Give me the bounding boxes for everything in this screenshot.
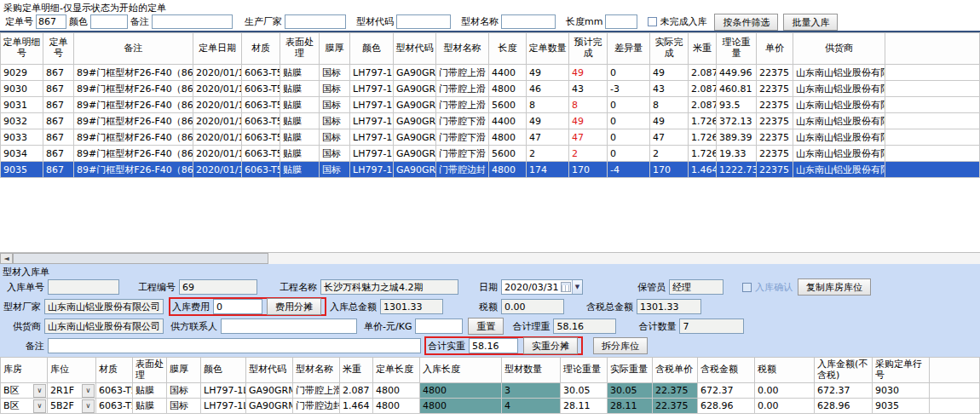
grid-cell[interactable]: 47 (650, 129, 689, 146)
table-row[interactable]: 902986789#门框型材F26-F40（866+867）2020/01/13… (1, 65, 980, 81)
grid-cell[interactable]: 国标 (320, 97, 350, 113)
length-filter-input[interactable] (605, 14, 637, 29)
table-row[interactable]: B区2R1F6063-T5贴膜国标LH797-1LL0GA90GRM03门带腔上… (1, 383, 980, 399)
grid-cell[interactable]: 4800 (420, 399, 502, 414)
grid-cell[interactable]: 2.087 (689, 65, 717, 81)
grid-cell[interactable]: 8 (527, 97, 569, 113)
grid-cell[interactable]: 门带腔下滑 (436, 129, 489, 146)
grid-cell[interactable]: 867 (43, 81, 74, 97)
inbound-confirm-checkbox[interactable] (742, 283, 752, 292)
supplier-input[interactable] (44, 319, 164, 334)
grid-cell[interactable]: 门带腔上滑 (436, 97, 489, 113)
grid-cell[interactable] (885, 97, 980, 113)
grid-cell[interactable] (885, 129, 980, 146)
grid-cell[interactable]: 0 (608, 146, 650, 162)
grid-cell[interactable]: 国标 (320, 162, 350, 178)
grid-cell[interactable]: 国标 (320, 113, 350, 129)
grid-cell[interactable]: 4800 (489, 81, 527, 97)
grid-cell[interactable] (885, 81, 980, 97)
grid-cell[interactable]: 山东南山铝业股份有限公司 (793, 81, 885, 97)
grid-cell[interactable]: 2 (527, 146, 569, 162)
table-row[interactable]: B区5B2F6063-T5贴膜国标LH797-1LL0GA90GRM05门带腔边… (1, 399, 980, 414)
grid-cell[interactable]: 49 (527, 113, 569, 129)
grid-cell[interactable]: 9031 (1, 97, 43, 113)
keeper-input[interactable] (669, 279, 723, 295)
grid-cell[interactable]: 8 (569, 97, 608, 113)
grid-cell[interactable]: 2.087 (689, 97, 717, 113)
grid-cell[interactable]: 9035 (873, 399, 930, 414)
table-row[interactable]: 903586789#门框型材F26-F40（866+867）2020/01/13… (1, 162, 980, 178)
total-with-tax-input[interactable] (637, 299, 701, 314)
grid-cell[interactable]: 6063-T5 (242, 129, 280, 146)
grid-cell[interactable]: GA90GRM03 (394, 81, 436, 97)
grid-cell[interactable]: 门带腔下滑 (436, 113, 489, 129)
grid-cell[interactable]: 山东南山铝业股份有限公司 (793, 65, 885, 81)
grid-cell[interactable]: LH797-1LL0 (201, 399, 246, 414)
grid-cell[interactable]: 国标 (167, 399, 201, 414)
grid-cell[interactable]: 9030 (873, 383, 930, 399)
grid-cell[interactable]: 89#门框型材F26-F40（866+867） (74, 113, 193, 129)
grid-cell[interactable]: 山东南山铝业股份有限公司 (793, 129, 885, 146)
grid-cell[interactable]: 6063-T5 (242, 65, 280, 81)
grid-cell[interactable]: 9035 (1, 162, 43, 178)
horizontal-scrollbar[interactable]: ◄ (0, 252, 980, 264)
grid-cell[interactable]: 28.11 (608, 399, 653, 414)
note-input[interactable] (48, 338, 421, 353)
grid-cell[interactable]: 22375 (757, 162, 793, 178)
grid-cell[interactable]: GA90GRM03 (246, 383, 293, 399)
filter-by-condition-button[interactable]: 按条件筛选 (714, 14, 778, 31)
grid-cell[interactable]: 449.96 (717, 65, 757, 81)
grid-cell[interactable]: GA90GRM04 (394, 146, 436, 162)
fee-share-button[interactable]: 费用分摊 (267, 298, 321, 315)
grid-cell[interactable]: 22.375 (653, 399, 698, 414)
grid-cell[interactable]: 8 (650, 97, 689, 113)
grid-cell[interactable]: 867 (43, 113, 74, 129)
grid-cell[interactable]: 89#门框型材F26-F40（866+867） (74, 81, 193, 97)
grid-cell[interactable]: 6063-T5 (242, 81, 280, 97)
grid-cell[interactable]: 28.11 (561, 399, 608, 414)
grid-cell[interactable]: -4 (608, 162, 650, 178)
grid-cell[interactable]: 22375 (757, 129, 793, 146)
grid-cell[interactable]: LH797-1LL0 (201, 383, 246, 399)
table-row[interactable]: 903486789#门框型材F26-F40（866+867）2020/01/13… (1, 146, 980, 162)
grid-cell[interactable]: 49 (569, 65, 608, 81)
grid-cell[interactable]: 170 (569, 162, 608, 178)
grid-cell[interactable]: 867 (43, 65, 74, 81)
grid-cell[interactable]: GA90GRM03 (394, 97, 436, 113)
grid-cell[interactable]: 2.087 (340, 383, 373, 399)
grid-cell[interactable]: GA90GRM03 (394, 65, 436, 81)
grid-cell[interactable]: 4800 (489, 162, 527, 178)
grid-cell[interactable]: 867 (43, 97, 74, 113)
grid-cell[interactable]: 49 (527, 65, 569, 81)
grid-cell[interactable]: 2020/01/13 (193, 113, 242, 129)
grid-cell[interactable] (885, 146, 980, 162)
inbound-no-input[interactable] (48, 279, 119, 295)
calendar-icon[interactable] (561, 282, 570, 292)
weight-share-button[interactable]: 实重分摊 (523, 337, 578, 354)
unfinished-checkbox[interactable] (648, 17, 657, 26)
grid-cell[interactable]: LH797-1LL0 (350, 146, 394, 162)
table-row[interactable]: 903086789#门框型材F26-F40（866+867）2020/01/13… (1, 81, 980, 97)
grid-cell[interactable]: 6063-T5 (242, 97, 280, 113)
grid-cell[interactable]: 贴膜 (280, 129, 320, 146)
grid-cell[interactable]: 867 (43, 129, 74, 146)
grid-cell[interactable]: GA90GRM05 (394, 162, 436, 178)
grid-cell[interactable]: 3 (502, 383, 561, 399)
grid-cell[interactable]: 0 (608, 65, 650, 81)
grid-cell[interactable]: 1.726 (689, 113, 717, 129)
grid-cell[interactable]: 2020/01/13 (193, 97, 242, 113)
grid-cell[interactable]: 贴膜 (280, 81, 320, 97)
grid-cell[interactable]: B区 (1, 383, 48, 399)
grid-cell[interactable]: 1.726 (689, 146, 717, 162)
grid-cell[interactable]: 672.37 (698, 383, 755, 399)
grid-cell[interactable]: 0 (608, 113, 650, 129)
grid-cell[interactable]: 0 (608, 97, 650, 113)
grid-cell[interactable]: 89#门框型材F26-F40（866+867） (74, 129, 193, 146)
grid-cell[interactable]: 22375 (757, 81, 793, 97)
grid-cell[interactable]: 4800 (489, 129, 527, 146)
grid-cell[interactable]: 2 (569, 146, 608, 162)
grid-cell[interactable]: 2020/01/13 (193, 65, 242, 81)
grid-cell[interactable]: 460.81 (717, 81, 757, 97)
grid-cell[interactable]: 国标 (320, 81, 350, 97)
grid-cell[interactable]: 4800 (420, 383, 502, 399)
